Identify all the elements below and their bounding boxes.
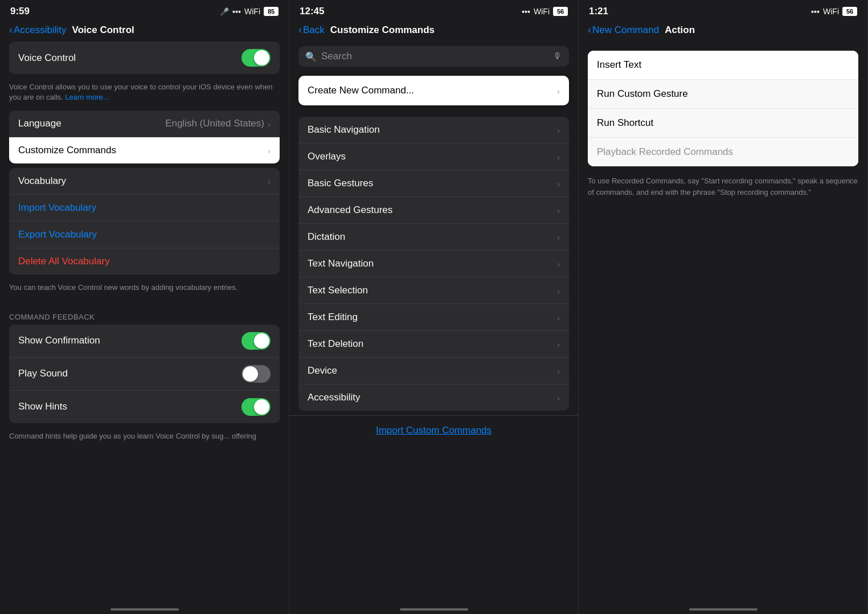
basic-gestures-chevron: › [557, 179, 560, 189]
vocabulary-row[interactable]: Vocabulary › [9, 168, 280, 195]
learn-more-link[interactable]: Learn more... [65, 93, 109, 101]
language-value: English (United States) › [165, 118, 271, 129]
language-label: Language [18, 118, 62, 129]
status-time-3: 1:21 [589, 6, 608, 17]
status-time-1: 9:59 [10, 6, 30, 17]
insert-text-label: Insert Text [597, 59, 641, 71]
back-label-3: New Command [592, 24, 659, 36]
overlays-label: Overlays [308, 151, 346, 162]
back-button-2[interactable]: ‹ Back [298, 24, 325, 36]
device-row[interactable]: Device › [298, 358, 569, 384]
show-confirmation-label: Show Confirmation [18, 335, 100, 346]
export-vocabulary-row[interactable]: Export Vocabulary [9, 222, 280, 248]
text-navigation-row[interactable]: Text Navigation › [298, 251, 569, 277]
text-editing-row[interactable]: Text Editing › [298, 304, 569, 331]
nav-bar-3: ‹ New Command Action [579, 21, 867, 42]
import-custom-commands-link[interactable]: Import Custom Commands [289, 415, 578, 445]
advanced-gestures-label: Advanced Gestures [308, 204, 392, 216]
signal-icon-2: ▪▪▪ [522, 7, 530, 16]
toggle-knob-sh [254, 399, 269, 415]
playback-recorded-row[interactable]: Playback Recorded Commands [588, 138, 858, 166]
show-hints-toggle[interactable] [241, 398, 271, 416]
voice-control-toggle[interactable] [241, 49, 271, 67]
run-shortcut-row[interactable]: Run Shortcut [588, 109, 858, 138]
device-chevron: › [557, 366, 560, 376]
search-input[interactable] [321, 51, 548, 62]
status-bar-2: 12:45 ▪▪▪ WiFi 56 [289, 0, 578, 21]
basic-nav-chevron: › [557, 125, 560, 135]
overlays-row[interactable]: Overlays › [298, 144, 569, 170]
home-bar-1 [110, 608, 179, 611]
accessibility-row[interactable]: Accessibility › [298, 384, 569, 411]
run-custom-gesture-row[interactable]: Run Custom Gesture [588, 80, 858, 109]
run-custom-gesture-label: Run Custom Gesture [597, 88, 688, 100]
delete-vocabulary-label: Delete All Vocabulary [18, 256, 110, 267]
text-deletion-row[interactable]: Text Deletion › [298, 331, 569, 358]
text-editing-label: Text Editing [308, 312, 358, 323]
show-confirmation-toggle[interactable] [241, 332, 271, 350]
back-label-1: Accessibility [14, 24, 67, 36]
show-hints-label: Show Hints [18, 401, 67, 412]
delete-vocabulary-row[interactable]: Delete All Vocabulary [9, 248, 280, 275]
play-sound-toggle[interactable] [241, 365, 271, 383]
import-vocabulary-row[interactable]: Import Vocabulary [9, 195, 280, 222]
basic-gestures-row[interactable]: Basic Gestures › [298, 170, 569, 197]
overlays-chevron: › [557, 152, 560, 162]
create-btn-label: Create New Command... [308, 85, 414, 96]
text-navigation-label: Text Navigation [308, 258, 374, 269]
toggle-knob-ps [243, 366, 258, 382]
back-button-1[interactable]: ‹ Accessibility [9, 24, 67, 36]
panel-content-2: 🔍 🎙 Create New Command... › Basic Naviga… [289, 42, 578, 600]
commands-list: Basic Navigation › Overlays › Basic Gest… [298, 117, 569, 411]
wifi-icon-1: WiFi [244, 7, 260, 16]
text-del-chevron: › [557, 339, 560, 349]
status-icons-2: ▪▪▪ WiFi 56 [522, 7, 568, 16]
signal-icon-3: ▪▪▪ [811, 7, 820, 16]
text-sel-chevron: › [557, 286, 560, 296]
back-button-3[interactable]: ‹ New Command [588, 24, 659, 36]
customize-commands-row[interactable]: Customize Commands › [9, 137, 280, 163]
panel-action: 1:21 ▪▪▪ WiFi 56 ‹ New Command Action In… [579, 0, 868, 614]
battery-2: 56 [553, 7, 568, 16]
back-label-2: Back [303, 24, 325, 36]
home-indicator-3 [579, 600, 867, 614]
play-sound-label: Play Sound [18, 368, 68, 379]
text-selection-row[interactable]: Text Selection › [298, 277, 569, 304]
action-group: Insert Text Run Custom Gesture Run Short… [588, 51, 858, 166]
back-arrow-2: ‹ [298, 24, 302, 36]
dictation-chevron: › [557, 232, 560, 242]
battery-3: 56 [842, 7, 857, 16]
customize-commands-label: Customize Commands [18, 145, 116, 156]
voice-control-desc: Voice Control allows you to use your voi… [0, 79, 289, 110]
home-indicator-2 [289, 600, 578, 614]
voice-control-row[interactable]: Voice Control [9, 42, 280, 74]
show-hints-row[interactable]: Show Hints [9, 391, 280, 423]
status-bar-3: 1:21 ▪▪▪ WiFi 56 [579, 0, 867, 21]
language-group: Language English (United States) › Custo… [9, 110, 280, 163]
search-bar[interactable]: 🔍 🎙 [298, 46, 569, 67]
show-confirmation-row[interactable]: Show Confirmation [9, 325, 280, 358]
vocabulary-label: Vocabulary [18, 175, 66, 187]
nav-bar-1: ‹ Accessibility Voice Control [0, 21, 289, 42]
search-icon: 🔍 [305, 51, 317, 62]
nav-title-3: Action [665, 24, 695, 36]
home-bar-2 [400, 608, 468, 611]
playback-desc: To use Recorded Commands, say "Start rec… [579, 171, 867, 207]
text-selection-label: Text Selection [308, 285, 368, 296]
nav-bar-2: ‹ Back Customize Commands [289, 21, 578, 42]
voice-control-group: Voice Control [9, 42, 280, 74]
insert-text-row[interactable]: Insert Text [588, 51, 858, 80]
language-row[interactable]: Language English (United States) › [9, 110, 280, 137]
customize-chevron: › [268, 146, 271, 155]
device-label: Device [308, 365, 337, 376]
basic-navigation-row[interactable]: Basic Navigation › [298, 117, 569, 144]
advanced-gestures-row[interactable]: Advanced Gestures › [298, 197, 569, 224]
create-new-command-button[interactable]: Create New Command... › [298, 76, 569, 105]
play-sound-row[interactable]: Play Sound [9, 358, 280, 391]
status-icons-1: 🎤 ▪▪▪ WiFi 85 [220, 7, 279, 16]
nav-title-1: Voice Control [72, 24, 134, 36]
home-indicator-1 [0, 600, 289, 614]
dictation-row[interactable]: Dictation › [298, 224, 569, 251]
vocab-desc: You can teach Voice Control new words by… [0, 279, 289, 301]
run-shortcut-label: Run Shortcut [597, 117, 653, 129]
